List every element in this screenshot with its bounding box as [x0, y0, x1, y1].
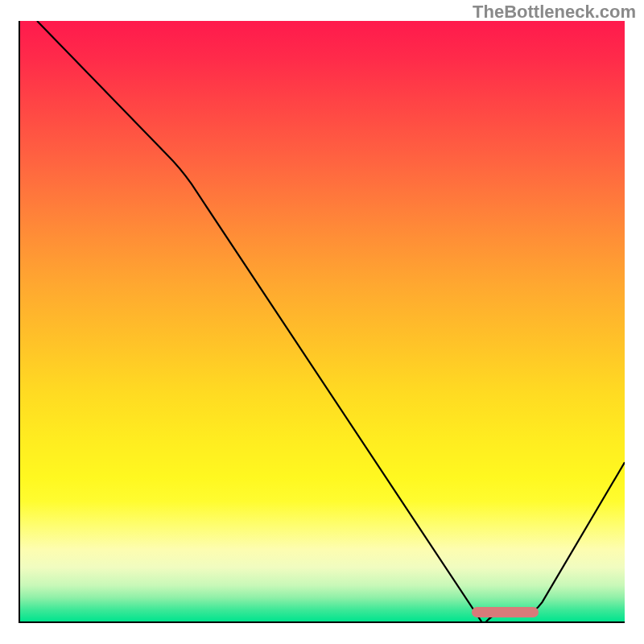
- bottleneck-chart: TheBottleneck.com: [0, 0, 644, 644]
- gradient-background: [20, 21, 625, 621]
- watermark-text: TheBottleneck.com: [473, 2, 636, 23]
- optimal-range-marker: [472, 607, 539, 617]
- plot-area: [19, 21, 625, 623]
